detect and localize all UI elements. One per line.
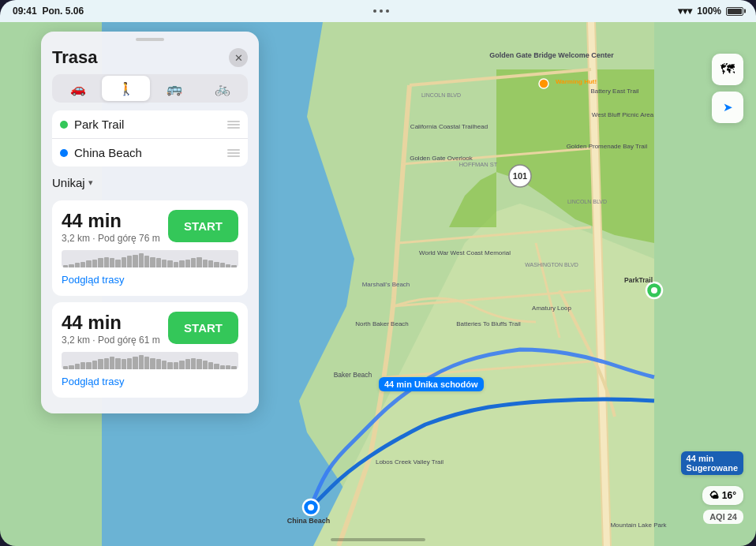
origin-label: Park Trail [74,118,221,131]
origin-dot [60,121,68,129]
svg-text:Amatury Loop: Amatury Loop [532,305,571,312]
svg-text:World War West Coast Memorial: World War West Coast Memorial [419,249,511,256]
preview-link-1[interactable]: Podgląd trasy [62,274,125,286]
svg-text:West Bluff Picnic Area: West Bluff Picnic Area [592,111,654,118]
tab-walk[interactable]: 🚶 [102,76,150,101]
svg-point-7 [651,287,657,294]
route-time-2: 44 min [62,312,160,334]
battery-icon [726,7,743,16]
svg-text:Golden Promenade Bay Trail: Golden Promenade Bay Trail [567,143,648,150]
route-info-2: 44 min 3,2 km · Pod górę 61 m [62,312,160,346]
svg-text:LINCOLN BLVD: LINCOLN BLVD [567,199,607,204]
elevation-chart-1 [62,250,238,267]
weather-badge: 🌤 16° [702,486,743,505]
svg-text:Mountain Lake Park: Mountain Lake Park [610,522,667,529]
destination-label: China Beach [74,146,221,159]
svg-point-30 [539,79,548,88]
panel-handle [136,38,164,41]
panel-title: Trasa [52,47,98,68]
chevron-down-icon: ▾ [88,178,93,188]
route-details-2: 3,2 km · Pod górę 61 m [62,335,160,346]
svg-text:Baker Beach: Baker Beach [334,371,372,379]
destination-row: China Beach [52,138,248,166]
map-layers-icon: 🗺 [720,62,735,78]
svg-text:LINCOLN BLVD: LINCOLN BLVD [421,92,461,98]
svg-text:Marshall's Beach: Marshall's Beach [362,281,410,288]
avoid-button[interactable]: Unikaj ▾ [52,173,93,193]
tab-bike[interactable]: 🚲 [198,76,246,101]
svg-text:101: 101 [513,171,527,181]
route-card-2-header: 44 min 3,2 km · Pod górę 61 m START [62,312,238,346]
close-button[interactable]: ✕ [229,48,248,67]
preview-link-2[interactable]: Podgląd trasy [62,376,125,387]
origin-row: Park Trail [52,110,248,138]
route-inputs: Park Trail China Beach [52,110,248,166]
destination-dot [60,149,68,157]
svg-text:WASHINGTON BLVD: WASHINGTON BLVD [525,262,578,267]
panel-header: Trasa ✕ [41,44,259,74]
route-details-1: 3,2 km · Pod górę 76 m [62,233,160,244]
route-label-avoid-stairs: 44 min Unika schodów [379,377,484,391]
wifi-icon: ▾▾▾ [678,6,692,17]
svg-text:ParkTrail: ParkTrail [624,276,653,284]
transport-tabs: 🚗 🚶 🚌 🚲 [52,74,248,103]
route-card-1: 44 min 3,2 km · Pod górę 76 m START Podg… [52,200,248,296]
route-info-1: 44 min 3,2 km · Pod górę 76 m [62,210,160,244]
origin-drag-handle [227,121,240,129]
route-card-1-header: 44 min 3,2 km · Pod górę 76 m START [62,210,238,244]
svg-text:Warming Hut!: Warming Hut! [556,78,597,85]
svg-text:China Beach: China Beach [287,517,331,525]
svg-point-5 [308,504,314,510]
aqi-badge: AQI 24 [703,510,743,524]
status-bar: 09:41 Pon. 5.06 ▾▾▾ 100% [0,0,756,22]
map-controls: 🗺 ➤ [712,54,743,123]
location-button[interactable]: ➤ [712,92,743,123]
status-time: 09:41 Pon. 5.06 [13,6,84,17]
battery-percent: 100% [697,6,721,17]
svg-text:Battery East Trail: Battery East Trail [591,88,639,95]
route-card-2: 44 min 3,2 km · Pod górę 61 m START Podg… [52,302,248,398]
location-arrow-icon: ➤ [723,100,733,114]
map-view-button[interactable]: 🗺 [712,54,743,85]
svg-text:Batteries To Bluffs Trail: Batteries To Bluffs Trail [456,320,521,327]
temperature: 16° [722,490,736,501]
svg-text:Lobos Creek Valley Trail: Lobos Creek Valley Trail [376,458,443,466]
svg-text:HOFFMAN ST: HOFFMAN ST [459,161,498,168]
weather-icon: 🌤 [709,490,719,501]
avoid-label: Unikaj [52,176,85,189]
svg-text:California Coastal Trailhead: California Coastal Trailhead [410,123,488,130]
svg-text:Golden Gate Bridge Welcome Cen: Golden Gate Bridge Welcome Center [489,51,614,59]
route-time-1: 44 min [62,210,160,232]
tab-transit[interactable]: 🚌 [150,76,198,101]
route-panel: Trasa ✕ 🚗 🚶 🚌 🚲 Park Trail China Beach [41,32,259,413]
status-dots [373,9,389,13]
svg-text:North Baker Beach: North Baker Beach [355,320,409,327]
start-button-1[interactable]: START [168,210,238,242]
elevation-chart-2 [62,352,238,369]
status-right: ▾▾▾ 100% [678,6,743,17]
route-label-suggested: 44 minSugerowane [681,451,743,475]
start-button-2[interactable]: START [168,312,238,344]
tab-car[interactable]: 🚗 [54,76,102,101]
home-indicator [331,538,425,541]
destination-drag-handle [227,149,240,157]
